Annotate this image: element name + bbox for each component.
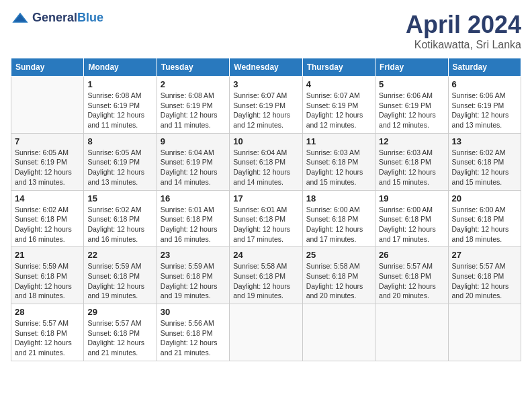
day-info: Sunrise: 6:03 AM Sunset: 6:18 PM Dayligh… (306, 148, 371, 187)
day-cell: 29Sunrise: 5:57 AM Sunset: 6:18 PM Dayli… (84, 304, 157, 361)
calendar-table: SundayMondayTuesdayWednesdayThursdayFrid… (11, 58, 521, 361)
day-info: Sunrise: 5:59 AM Sunset: 6:18 PM Dayligh… (87, 261, 152, 301)
weekday-tuesday: Tuesday (157, 58, 229, 77)
day-info: Sunrise: 6:02 AM Sunset: 6:18 PM Dayligh… (15, 205, 80, 244)
location: Kotikawatta, Sri Lanka (406, 39, 521, 51)
day-info: Sunrise: 6:02 AM Sunset: 6:18 PM Dayligh… (87, 205, 152, 244)
day-number: 22 (87, 250, 152, 260)
day-cell (11, 77, 84, 134)
day-number: 14 (15, 193, 80, 203)
day-info: Sunrise: 6:01 AM Sunset: 6:18 PM Dayligh… (233, 205, 298, 244)
day-number: 20 (452, 193, 517, 203)
day-number: 16 (161, 193, 226, 203)
day-info: Sunrise: 5:58 AM Sunset: 6:18 PM Dayligh… (306, 261, 371, 301)
calendar-body: 1Sunrise: 6:08 AM Sunset: 6:19 PM Daylig… (11, 77, 521, 361)
week-row-2: 14Sunrise: 6:02 AM Sunset: 6:18 PM Dayli… (11, 190, 521, 247)
day-number: 27 (452, 250, 517, 260)
day-number: 17 (233, 193, 298, 203)
day-number: 24 (233, 250, 298, 260)
week-row-1: 7Sunrise: 6:05 AM Sunset: 6:19 PM Daylig… (11, 133, 521, 190)
day-number: 4 (306, 79, 371, 89)
day-info: Sunrise: 6:05 AM Sunset: 6:19 PM Dayligh… (15, 148, 80, 187)
day-cell: 27Sunrise: 5:57 AM Sunset: 6:18 PM Dayli… (448, 247, 521, 304)
day-info: Sunrise: 6:02 AM Sunset: 6:18 PM Dayligh… (452, 148, 517, 187)
day-info: Sunrise: 6:07 AM Sunset: 6:19 PM Dayligh… (233, 91, 298, 130)
day-cell: 28Sunrise: 5:57 AM Sunset: 6:18 PM Dayli… (11, 304, 84, 361)
day-cell: 6Sunrise: 6:06 AM Sunset: 6:19 PM Daylig… (448, 77, 521, 134)
day-info: Sunrise: 6:00 AM Sunset: 6:18 PM Dayligh… (379, 205, 444, 244)
day-number: 13 (452, 136, 517, 146)
day-cell: 8Sunrise: 6:05 AM Sunset: 6:19 PM Daylig… (84, 133, 157, 190)
day-cell (448, 304, 521, 361)
day-info: Sunrise: 5:59 AM Sunset: 6:18 PM Dayligh… (161, 261, 226, 301)
day-cell: 26Sunrise: 5:57 AM Sunset: 6:18 PM Dayli… (375, 247, 448, 304)
day-number: 23 (161, 250, 226, 260)
day-info: Sunrise: 6:06 AM Sunset: 6:19 PM Dayligh… (452, 91, 517, 130)
day-cell: 4Sunrise: 6:07 AM Sunset: 6:19 PM Daylig… (302, 77, 375, 134)
day-cell: 30Sunrise: 5:56 AM Sunset: 6:18 PM Dayli… (157, 304, 229, 361)
weekday-saturday: Saturday (448, 58, 521, 77)
day-cell: 14Sunrise: 6:02 AM Sunset: 6:18 PM Dayli… (11, 190, 84, 247)
day-number: 30 (161, 307, 226, 317)
header: GeneralBlue April 2024 Kotikawatta, Sri … (11, 11, 521, 51)
day-number: 7 (15, 136, 80, 146)
day-info: Sunrise: 6:07 AM Sunset: 6:19 PM Dayligh… (306, 91, 371, 130)
day-number: 12 (379, 136, 444, 146)
day-info: Sunrise: 5:58 AM Sunset: 6:18 PM Dayligh… (233, 261, 298, 301)
day-info: Sunrise: 5:57 AM Sunset: 6:18 PM Dayligh… (379, 261, 444, 301)
day-cell: 18Sunrise: 6:00 AM Sunset: 6:18 PM Dayli… (302, 190, 375, 247)
logo-general: GeneralBlue (32, 11, 103, 25)
day-cell: 15Sunrise: 6:02 AM Sunset: 6:18 PM Dayli… (84, 190, 157, 247)
day-cell: 19Sunrise: 6:00 AM Sunset: 6:18 PM Dayli… (375, 190, 448, 247)
day-number: 11 (306, 136, 371, 146)
day-cell: 10Sunrise: 6:04 AM Sunset: 6:18 PM Dayli… (230, 133, 302, 190)
day-cell (375, 304, 448, 361)
day-cell: 17Sunrise: 6:01 AM Sunset: 6:18 PM Dayli… (230, 190, 302, 247)
day-number: 15 (87, 193, 152, 203)
day-cell: 21Sunrise: 5:59 AM Sunset: 6:18 PM Dayli… (11, 247, 84, 304)
day-cell: 20Sunrise: 6:00 AM Sunset: 6:18 PM Dayli… (448, 190, 521, 247)
day-number: 29 (87, 307, 152, 317)
title-area: April 2024 Kotikawatta, Sri Lanka (406, 11, 521, 51)
weekday-thursday: Thursday (302, 58, 375, 77)
day-number: 19 (379, 193, 444, 203)
day-cell: 9Sunrise: 6:04 AM Sunset: 6:19 PM Daylig… (157, 133, 229, 190)
day-cell (302, 304, 375, 361)
day-number: 28 (15, 307, 80, 317)
day-cell: 13Sunrise: 6:02 AM Sunset: 6:18 PM Dayli… (448, 133, 521, 190)
day-number: 10 (233, 136, 298, 146)
weekday-monday: Monday (84, 58, 157, 77)
day-cell (230, 304, 302, 361)
day-info: Sunrise: 5:57 AM Sunset: 6:18 PM Dayligh… (452, 261, 517, 301)
day-cell: 5Sunrise: 6:06 AM Sunset: 6:19 PM Daylig… (375, 77, 448, 134)
day-info: Sunrise: 6:00 AM Sunset: 6:18 PM Dayligh… (306, 205, 371, 244)
day-number: 21 (15, 250, 80, 260)
day-number: 18 (306, 193, 371, 203)
day-info: Sunrise: 6:04 AM Sunset: 6:18 PM Dayligh… (233, 148, 298, 187)
day-cell: 1Sunrise: 6:08 AM Sunset: 6:19 PM Daylig… (84, 77, 157, 134)
day-info: Sunrise: 5:56 AM Sunset: 6:18 PM Dayligh… (161, 318, 226, 358)
day-cell: 3Sunrise: 6:07 AM Sunset: 6:19 PM Daylig… (230, 77, 302, 134)
day-cell: 25Sunrise: 5:58 AM Sunset: 6:18 PM Dayli… (302, 247, 375, 304)
day-info: Sunrise: 6:04 AM Sunset: 6:19 PM Dayligh… (161, 148, 226, 187)
weekday-header-row: SundayMondayTuesdayWednesdayThursdayFrid… (11, 58, 521, 77)
day-info: Sunrise: 6:08 AM Sunset: 6:19 PM Dayligh… (161, 91, 226, 130)
day-number: 8 (87, 136, 152, 146)
weekday-friday: Friday (375, 58, 448, 77)
logo: GeneralBlue (11, 11, 103, 25)
day-cell: 12Sunrise: 6:03 AM Sunset: 6:18 PM Dayli… (375, 133, 448, 190)
week-row-3: 21Sunrise: 5:59 AM Sunset: 6:18 PM Dayli… (11, 247, 521, 304)
day-cell: 7Sunrise: 6:05 AM Sunset: 6:19 PM Daylig… (11, 133, 84, 190)
week-row-4: 28Sunrise: 5:57 AM Sunset: 6:18 PM Dayli… (11, 304, 521, 361)
weekday-wednesday: Wednesday (230, 58, 302, 77)
month-year: April 2024 (406, 11, 521, 39)
day-info: Sunrise: 6:03 AM Sunset: 6:18 PM Dayligh… (379, 148, 444, 187)
day-info: Sunrise: 5:59 AM Sunset: 6:18 PM Dayligh… (15, 261, 80, 301)
day-cell: 24Sunrise: 5:58 AM Sunset: 6:18 PM Dayli… (230, 247, 302, 304)
weekday-sunday: Sunday (11, 58, 84, 77)
general-blue-icon (11, 11, 30, 25)
day-cell: 16Sunrise: 6:01 AM Sunset: 6:18 PM Dayli… (157, 190, 229, 247)
day-cell: 23Sunrise: 5:59 AM Sunset: 6:18 PM Dayli… (157, 247, 229, 304)
day-info: Sunrise: 6:00 AM Sunset: 6:18 PM Dayligh… (452, 205, 517, 244)
day-info: Sunrise: 6:06 AM Sunset: 6:19 PM Dayligh… (379, 91, 444, 130)
